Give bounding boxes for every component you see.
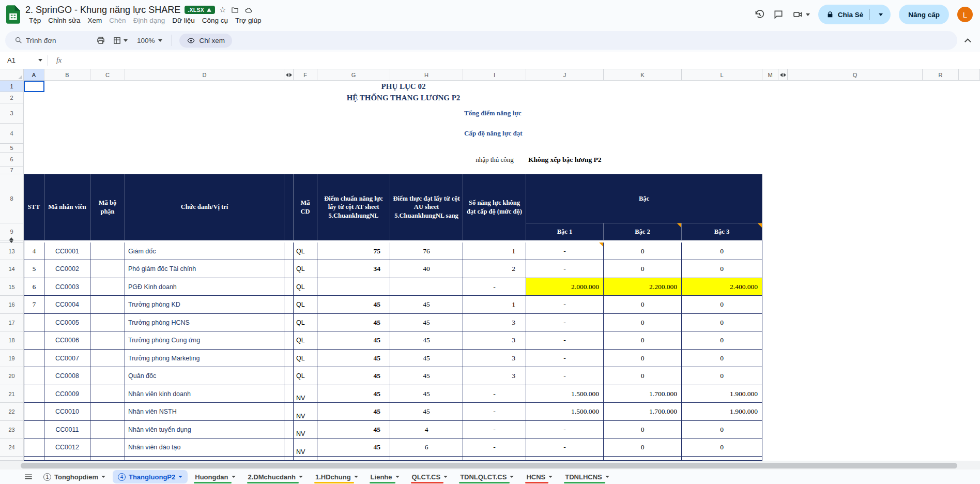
cell[interactable]: CC0004 [44, 296, 90, 314]
column-header-G[interactable]: G [317, 69, 390, 81]
row-header-6[interactable]: 6 [0, 153, 24, 167]
row-header-3[interactable]: 3 [0, 103, 24, 124]
cell[interactable]: - [526, 421, 604, 438]
cell[interactable]: 0 [604, 350, 682, 367]
cell[interactable]: - [526, 243, 604, 260]
cell[interactable] [90, 385, 125, 403]
cell[interactable]: 0 [682, 421, 762, 438]
hidden-columns-marker[interactable] [778, 69, 788, 81]
menu-dữ-liệu[interactable]: Dữ liệu [169, 16, 198, 25]
cell[interactable]: 34 [317, 260, 390, 278]
cell[interactable]: CC0005 [44, 314, 90, 331]
cell[interactable] [284, 243, 294, 260]
cell[interactable]: Nhân viên kinh doanh [125, 385, 284, 403]
cell[interactable]: - [463, 278, 526, 296]
cell[interactable] [24, 367, 44, 385]
cell[interactable]: 0 [604, 421, 682, 438]
cell[interactable]: PGĐ Kinh doanh [125, 278, 284, 296]
cell[interactable] [125, 457, 284, 461]
cell[interactable] [24, 421, 44, 438]
name-box-caret-icon[interactable] [38, 59, 42, 62]
cell[interactable]: 5 [24, 260, 44, 278]
column-header-C[interactable]: C [90, 69, 125, 81]
cell[interactable]: 45 [390, 385, 463, 403]
cell[interactable]: CC0008 [44, 367, 90, 385]
cell[interactable] [44, 457, 90, 461]
cell[interactable]: 45 [317, 350, 390, 367]
cell[interactable] [463, 457, 526, 461]
column-header-R[interactable]: R [923, 69, 959, 81]
tab-caret-icon[interactable] [510, 476, 514, 478]
cell[interactable]: 45 [390, 331, 463, 350]
cell[interactable]: QL [294, 314, 317, 331]
cell[interactable]: - [526, 438, 604, 457]
header-failed-count[interactable]: Số năng lực không đạt cấp độ (mức độ) [463, 174, 526, 240]
row-header-8[interactable]: 8 [0, 174, 24, 223]
cell[interactable]: QL [294, 296, 317, 314]
column-header-K[interactable]: K [604, 69, 682, 81]
cell[interactable]: 3 [463, 350, 526, 367]
cell[interactable] [284, 350, 294, 367]
cell[interactable]: NV [294, 438, 317, 457]
cell[interactable] [90, 403, 125, 421]
doc-title[interactable]: 2. SprinGO - Khung năng lực SHARE [25, 5, 180, 16]
row-header-24[interactable]: 24 [0, 438, 24, 457]
cell[interactable]: 76 [390, 243, 463, 260]
column-header-J[interactable]: J [526, 69, 604, 81]
cell[interactable]: 0 [682, 296, 762, 314]
tab-caret-icon[interactable] [299, 476, 303, 478]
cell[interactable] [284, 278, 294, 296]
row-header-17[interactable]: 17 [0, 314, 24, 331]
cell[interactable]: 0 [604, 438, 682, 457]
row-header-2[interactable]: 2 [0, 92, 24, 103]
column-header-D[interactable]: D [125, 69, 284, 81]
cell[interactable] [24, 438, 44, 457]
row-header-21[interactable]: 21 [0, 385, 24, 403]
column-header-M[interactable]: M [762, 69, 778, 81]
menu-chỉnh-sửa[interactable]: Chỉnh sửa [44, 16, 84, 25]
cell[interactable]: Trưởng phòng Cung ứng [125, 331, 284, 350]
cell[interactable]: 45 [390, 403, 463, 421]
cell[interactable] [284, 457, 294, 461]
cell[interactable]: NV [294, 385, 317, 403]
version-history-icon[interactable] [754, 9, 765, 20]
comments-icon[interactable] [773, 9, 784, 20]
star-icon[interactable]: ☆ [219, 5, 226, 14]
cell[interactable]: - [526, 296, 604, 314]
cell[interactable] [526, 457, 604, 461]
cell[interactable] [284, 331, 294, 350]
tab-caret-icon[interactable] [548, 476, 553, 478]
column-header-B[interactable]: B [44, 69, 90, 81]
row-header-16[interactable]: 16 [0, 296, 24, 314]
cell[interactable] [90, 260, 125, 278]
meet-caret-icon[interactable] [806, 13, 810, 16]
cell[interactable] [90, 421, 125, 438]
cell[interactable] [682, 457, 762, 461]
view-only-badge[interactable]: Chỉ xem [179, 34, 233, 48]
cell[interactable]: 0 [682, 367, 762, 385]
cell[interactable] [390, 278, 463, 296]
cell[interactable] [294, 457, 317, 461]
cell[interactable]: 45 [390, 367, 463, 385]
cell[interactable]: CC0009 [44, 385, 90, 403]
cell[interactable]: 45 [317, 314, 390, 331]
menu-tệp[interactable]: Tệp [25, 16, 44, 25]
cell[interactable]: 1 [463, 243, 526, 260]
sheet-tab-QLCT.CS[interactable]: QLCT.CS [407, 470, 453, 483]
cell[interactable]: 45 [317, 296, 390, 314]
cell[interactable]: 7 [24, 296, 44, 314]
header-employee-code[interactable]: Mã nhân viên [44, 174, 90, 240]
row-header-18[interactable]: 18 [0, 331, 24, 350]
tab-caret-icon[interactable] [395, 476, 400, 478]
header-hidden-col[interactable] [284, 174, 294, 240]
share-button[interactable]: Chia Sẻ [818, 5, 891, 24]
avatar[interactable]: L [957, 7, 973, 22]
cell[interactable]: CC0002 [44, 260, 90, 278]
sheets-logo[interactable] [6, 5, 20, 24]
cell[interactable]: 45 [390, 314, 463, 331]
cell[interactable]: 45 [317, 438, 390, 457]
cloud-status-icon[interactable] [243, 6, 253, 14]
cell[interactable]: 40 [390, 260, 463, 278]
cell[interactable]: QL [294, 243, 317, 260]
cell[interactable]: 0 [604, 314, 682, 331]
